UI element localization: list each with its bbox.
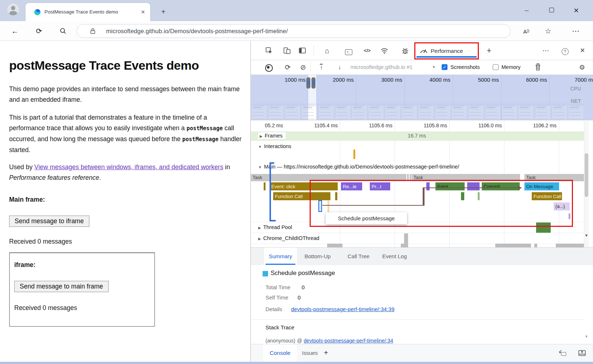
send-message-to-main-frame-button[interactable]: Send message to main frame	[14, 281, 109, 292]
more-tabs-button[interactable]: +	[484, 45, 495, 56]
inspect-element-button[interactable]	[264, 45, 275, 56]
flame-bar[interactable]	[407, 174, 409, 181]
read-aloud-button[interactable]: A))	[522, 26, 531, 36]
flame-bar[interactable]	[556, 244, 584, 247]
frames-track[interactable]: ▶Frames 16.7 ms	[251, 131, 584, 141]
screenshots-checkbox[interactable]: ✓	[442, 64, 447, 70]
send-message-to-iframe-button[interactable]: Send message to iframe	[9, 216, 89, 227]
flame-bar-task[interactable]: Task	[524, 174, 584, 181]
drawer-tab-console[interactable]: Console	[263, 344, 297, 362]
flame-bar[interactable]	[495, 244, 531, 247]
selected-schedule-postmessage-event[interactable]	[318, 200, 322, 212]
flame-bar-commit[interactable]: Commit	[482, 182, 520, 190]
flame-bar-re-le[interactable]: Re...le	[341, 182, 362, 190]
window-maximize-button[interactable]	[544, 6, 559, 15]
flame-bar[interactable]	[410, 174, 411, 181]
summary-scroll-down-icon[interactable]: ▼	[584, 334, 589, 338]
search-button[interactable]	[58, 26, 68, 36]
tab-call-tree[interactable]: Call Tree	[348, 248, 369, 265]
record-button[interactable]	[265, 63, 273, 72]
stack-frame-link[interactable]: devtools-postmessage-perf-timeline/:34	[304, 338, 393, 344]
flame-scroll-down-icon[interactable]: ▼	[584, 233, 589, 239]
devtools-close-button[interactable]: ✕	[577, 45, 588, 56]
address-bar[interactable]: microsoftedge.github.io/Demos/devtools-p…	[77, 24, 511, 38]
browser-tab[interactable]: PostMessage Trace Events demo ✕	[26, 3, 150, 21]
flame-bar[interactable]	[401, 244, 408, 247]
flame-bar[interactable]	[426, 182, 430, 190]
flame-bar-event-click[interactable]: Event: click	[270, 182, 338, 190]
tab-summary[interactable]: Summary	[264, 248, 297, 265]
save-profile-button[interactable]: ↓	[334, 62, 345, 73]
flame-bar-paint[interactable]: Paint	[435, 182, 465, 190]
window-close-button[interactable]: ✕	[569, 6, 584, 15]
flame-bar[interactable]	[467, 182, 480, 190]
flame-bar[interactable]	[404, 233, 408, 244]
thread-pool-track-toggle[interactable]: ▶Thread Pool	[258, 224, 292, 231]
device-emulation-icon	[283, 47, 291, 54]
tab-console[interactable]: >_	[343, 45, 354, 56]
devtools-more-button[interactable]: ⋯	[540, 45, 551, 56]
flame-bar-on-message[interactable]: On Message	[524, 182, 559, 190]
flame-scrollbar-thumb[interactable]	[585, 153, 588, 197]
flame-bar-pr-t[interactable]: Pr...t	[370, 182, 390, 190]
memory-checkbox[interactable]	[493, 64, 499, 70]
back-button[interactable]: ←	[10, 26, 20, 36]
timeline-overview[interactable]: 1000 ms2000 ms3000 ms4000 ms5000 ms6000 …	[251, 75, 593, 120]
selection-handle-left[interactable]	[306, 77, 310, 89]
main-track-toggle[interactable]: ▼Main — https://microsoftedge.github.io/…	[258, 163, 459, 170]
flame-bar--a-[interactable]: (a...)	[554, 202, 570, 210]
detail-tick-label: 05.2 ms	[251, 123, 283, 129]
drawer-expand-button[interactable]	[578, 349, 586, 357]
favorites-star-button[interactable]: ☆	[543, 26, 553, 36]
tab-performance[interactable]: Performance	[414, 42, 479, 59]
received-messages-iframe: Received 0 messages	[14, 303, 249, 313]
refresh-button[interactable]: ⟳	[34, 26, 44, 36]
tutorial-link[interactable]: View messages between windows, iframes, …	[34, 163, 223, 171]
profile-dropdown-caret-icon[interactable]: ▼	[432, 65, 435, 69]
tab-sources[interactable]: </>	[362, 45, 373, 56]
tab-bottom-up[interactable]: Bottom-Up	[305, 248, 331, 265]
performance-settings-gear-button[interactable]: ⚙	[577, 62, 588, 73]
flame-bar-task[interactable]: Task	[251, 174, 406, 181]
frames-track-toggle[interactable]: ▶Frames	[258, 132, 286, 139]
collect-garbage-button[interactable]	[534, 63, 542, 71]
flame-bar[interactable]	[335, 192, 337, 200]
profile-avatar[interactable]	[7, 4, 19, 15]
detail-tick-label: 1105.6 ms	[354, 123, 392, 129]
flame-bar-function-call[interactable]: Function Call	[273, 192, 330, 200]
reload-and-record-button[interactable]: ⟳	[282, 62, 293, 73]
device-emulation-button[interactable]	[282, 45, 292, 56]
flame-bar[interactable]	[327, 244, 342, 247]
flame-bar[interactable]	[353, 150, 355, 159]
load-profile-button[interactable]: ↑	[316, 62, 327, 73]
flame-bar-function-call[interactable]: Function Call	[532, 192, 562, 200]
selection-handle-right[interactable]	[311, 77, 315, 89]
flame-bar[interactable]	[534, 244, 537, 247]
drawer-more-tools-button[interactable]: +	[324, 349, 328, 357]
drawer-dock-button[interactable]	[558, 349, 567, 357]
flame-bar[interactable]	[478, 192, 480, 200]
profile-origin-label[interactable]: microsoftedge.github.io #1	[350, 64, 412, 70]
new-tab-button[interactable]: +	[159, 7, 168, 16]
dock-side-button[interactable]	[297, 45, 308, 56]
flame-bar[interactable]	[536, 222, 551, 233]
tab-close-icon[interactable]: ✕	[139, 8, 147, 16]
clear-recording-button[interactable]: ⊘	[298, 62, 309, 73]
window-minimize-button[interactable]: ─	[519, 6, 534, 15]
tab-debugger[interactable]	[400, 45, 411, 56]
interactions-track-toggle[interactable]: ▼Interactions	[258, 143, 291, 150]
flame-bar[interactable]	[264, 182, 266, 190]
tab-home[interactable]: ⌂	[322, 45, 333, 56]
flame-bar[interactable]	[461, 192, 464, 200]
flame-bar[interactable]	[569, 213, 570, 219]
drawer-tab-issues[interactable]: Issues	[302, 344, 318, 362]
tab-event-log[interactable]: Event Log	[382, 248, 407, 265]
flame-bar-task[interactable]: Task	[412, 174, 520, 181]
settings-more-button[interactable]: ⋯	[571, 26, 581, 36]
devtools-help-button[interactable]: ?	[559, 45, 570, 56]
timeline-detail[interactable]: 05.2 ms1105.4 ms1105.6 ms1105.8 ms1106.0…	[251, 121, 593, 247]
chrome-childiothread-track-toggle[interactable]: ▶Chrome_ChildIOThread	[258, 235, 319, 241]
dock-restore-icon	[558, 349, 567, 357]
details-source-link[interactable]: devtools-postmessage-perf-timeline/:34:3…	[291, 306, 394, 312]
tab-network[interactable]	[379, 45, 390, 56]
